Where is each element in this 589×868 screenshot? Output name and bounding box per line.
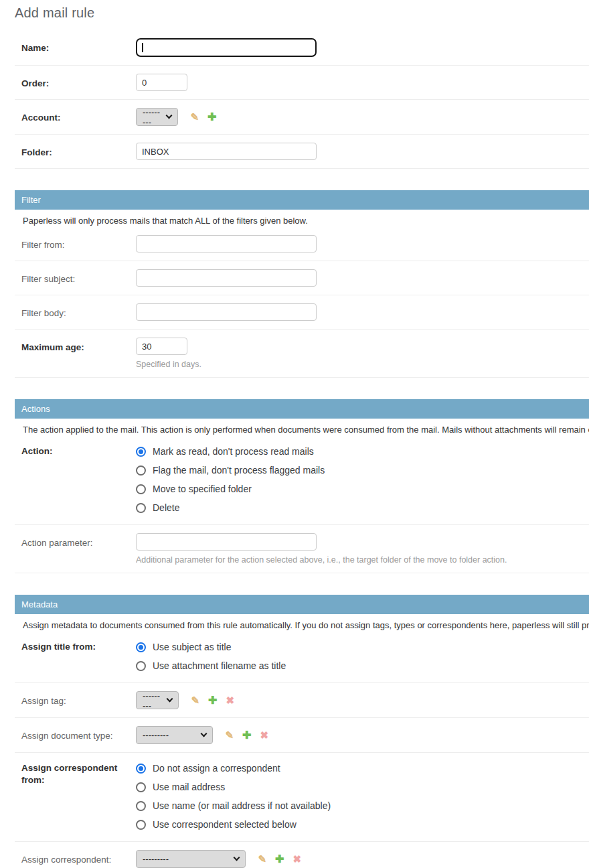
filter-section-intro: Paperless will only process mails that m… xyxy=(15,210,589,227)
module-metadata: Metadata Assign metadata to documents co… xyxy=(15,595,589,868)
account-select[interactable]: --------- xyxy=(136,108,178,126)
radio-button[interactable] xyxy=(136,782,146,792)
form-row-assign-tag: Assign tag: --------- ✎ ✚ ✖ xyxy=(15,683,589,718)
name-input[interactable] xyxy=(136,38,317,57)
assign-tag-select-value: --------- xyxy=(143,691,162,711)
radio-button[interactable] xyxy=(136,447,146,457)
delete-related-icon[interactable]: ✖ xyxy=(292,854,301,864)
action-label: Action: xyxy=(21,442,136,457)
form-row-filter-body: Filter body: xyxy=(15,295,589,330)
edit-related-icon[interactable]: ✎ xyxy=(225,730,234,740)
form-row-action-parameter: Action parameter: Additional parameter f… xyxy=(15,525,589,573)
module-actions: Actions The action applied to the mail. … xyxy=(15,399,589,573)
action-parameter-input[interactable] xyxy=(136,533,317,551)
name-label: Name: xyxy=(21,38,136,54)
form-row-assign-document-type: Assign document type: --------- ✎ ✚ ✖ xyxy=(15,718,589,753)
add-related-icon[interactable]: ✚ xyxy=(207,112,216,123)
action-option-move[interactable]: Move to specified folder xyxy=(136,480,589,498)
form-row-folder: Folder: xyxy=(15,135,589,169)
correspondent-option-none[interactable]: Do not assign a correspondent xyxy=(136,759,589,778)
filter-subject-input[interactable] xyxy=(136,269,317,287)
action-parameter-label: Action parameter: xyxy=(21,533,136,549)
assign-correspondent-select-value: --------- xyxy=(143,854,169,864)
radio-label[interactable]: Move to specified folder xyxy=(153,484,252,494)
folder-input[interactable] xyxy=(136,143,317,160)
add-related-icon[interactable]: ✚ xyxy=(275,854,284,865)
form-row-name: Name: xyxy=(15,30,589,66)
radio-label[interactable]: Use name (or mail address if not availab… xyxy=(153,800,331,811)
radio-label[interactable]: Use correspondent selected below xyxy=(153,819,297,830)
radio-label[interactable]: Do not assign a correspondent xyxy=(153,763,280,774)
action-option-flag[interactable]: Flag the mail, don't process flagged mai… xyxy=(136,461,589,480)
maximum-age-input[interactable] xyxy=(136,338,187,355)
radio-label[interactable]: Flag the mail, don't process flagged mai… xyxy=(153,465,325,476)
actions-section-header: Actions xyxy=(15,399,589,419)
assign-document-type-select[interactable]: --------- xyxy=(136,726,213,744)
radio-button[interactable] xyxy=(136,465,146,476)
radio-button[interactable] xyxy=(136,661,146,671)
action-parameter-help: Additional parameter for the action sele… xyxy=(136,555,589,565)
account-label: Account: xyxy=(21,108,136,124)
correspondent-option-name[interactable]: Use name (or mail address if not availab… xyxy=(136,796,589,815)
filter-from-input[interactable] xyxy=(136,235,317,252)
form-row-assign-correspondent: Assign correspondent: --------- ✎ ✚ ✖ xyxy=(15,842,589,868)
title-option-subject[interactable]: Use subject as title xyxy=(136,638,589,656)
assign-title-from-label: Assign title from: xyxy=(21,638,136,653)
filter-section-header: Filter xyxy=(15,190,589,210)
radio-button[interactable] xyxy=(136,503,146,513)
radio-button[interactable] xyxy=(136,642,146,652)
action-option-delete[interactable]: Delete xyxy=(136,498,589,517)
chevron-down-icon xyxy=(234,855,240,861)
edit-related-icon[interactable]: ✎ xyxy=(258,854,266,864)
title-option-attachment-filename[interactable]: Use attachment filename as title xyxy=(136,656,589,675)
assign-correspondent-from-label: Assign correspondent from: xyxy=(21,759,136,786)
order-label: Order: xyxy=(21,74,136,90)
filter-body-label: Filter body: xyxy=(21,303,136,319)
edit-related-icon[interactable]: ✎ xyxy=(191,695,199,705)
correspondent-option-mail-address[interactable]: Use mail address xyxy=(136,778,589,796)
form-row-filter-subject: Filter subject: xyxy=(15,261,589,295)
radio-label[interactable]: Use subject as title xyxy=(153,642,232,652)
assign-correspondent-label: Assign correspondent: xyxy=(21,850,136,866)
filter-body-input[interactable] xyxy=(136,303,317,321)
delete-related-icon[interactable]: ✖ xyxy=(260,730,268,740)
assign-correspondent-select[interactable]: --------- xyxy=(136,850,246,868)
chevron-down-icon xyxy=(201,731,207,737)
assign-tag-select[interactable]: --------- xyxy=(136,691,179,709)
metadata-section-header: Metadata xyxy=(15,595,589,614)
module-filter: Filter Paperless will only process mails… xyxy=(15,190,589,378)
form-row-maximum-age: Maximum age: Specified in days. xyxy=(15,330,589,378)
maximum-age-help: Specified in days. xyxy=(136,360,589,369)
metadata-section-intro: Assign metadata to documents consumed fr… xyxy=(15,614,589,632)
assign-document-type-label: Assign document type: xyxy=(21,726,136,742)
radio-button[interactable] xyxy=(136,801,146,811)
form-row-assign-title-from: Assign title from: Use subject as title … xyxy=(15,632,589,683)
actions-section-intro: The action applied to the mail. This act… xyxy=(15,419,589,436)
order-input[interactable] xyxy=(136,74,187,91)
filter-subject-label: Filter subject: xyxy=(21,269,136,285)
form-row-order: Order: xyxy=(15,66,589,100)
add-related-icon[interactable]: ✚ xyxy=(208,695,217,706)
assign-tag-label: Assign tag: xyxy=(21,691,136,707)
radio-label[interactable]: Delete xyxy=(153,502,179,513)
radio-label[interactable]: Mark as read, don't process read mails xyxy=(153,446,314,457)
main-content: Add mail rule Name: Order: Account: ----… xyxy=(15,5,589,868)
form-row-action: Action: Mark as read, don't process read… xyxy=(15,436,589,525)
chevron-down-icon xyxy=(167,696,173,703)
add-related-icon[interactable]: ✚ xyxy=(242,730,251,741)
account-select-value: --------- xyxy=(143,107,161,127)
action-option-mark-read[interactable]: Mark as read, don't process read mails xyxy=(136,442,589,461)
radio-button[interactable] xyxy=(136,484,146,494)
radio-button[interactable] xyxy=(136,764,146,774)
radio-button[interactable] xyxy=(136,820,146,830)
module-general: Name: Order: Account: --------- xyxy=(15,30,589,169)
correspondent-option-selected-below[interactable]: Use correspondent selected below xyxy=(136,815,589,834)
radio-label[interactable]: Use mail address xyxy=(153,782,225,792)
form-row-assign-correspondent-from: Assign correspondent from: Do not assign… xyxy=(15,753,589,842)
radio-label[interactable]: Use attachment filename as title xyxy=(153,660,286,671)
folder-label: Folder: xyxy=(21,143,136,159)
page-title: Add mail rule xyxy=(15,5,589,21)
text-caret xyxy=(142,43,143,52)
edit-related-icon[interactable]: ✎ xyxy=(190,112,199,122)
delete-related-icon[interactable]: ✖ xyxy=(226,695,234,705)
